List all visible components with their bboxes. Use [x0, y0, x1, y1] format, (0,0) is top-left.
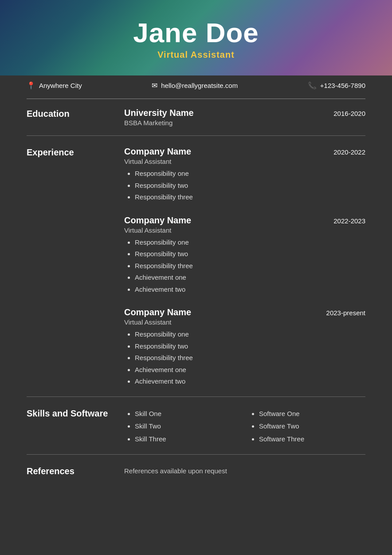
entry-role: Virtual Assistant	[124, 318, 365, 326]
entry-responsibilities: Responsibility oneResponsibility twoResp…	[124, 237, 365, 295]
list-item: Achievement two	[135, 376, 365, 387]
phone-text: +123-456-7890	[320, 82, 365, 89]
list-item: Software One	[259, 408, 365, 420]
applicant-title: Virtual Assistant	[27, 50, 365, 60]
experience-entry-header: Company Name2023-present	[124, 307, 365, 317]
education-divider	[27, 135, 365, 136]
entry-role: Virtual Assistant	[124, 158, 365, 165]
contact-email: ✉ hello@reallygreatsite.com	[152, 81, 238, 90]
entry-dates: 2023-present	[326, 307, 365, 317]
education-content: University Name 2016-2020 BSBA Marketing	[124, 108, 365, 127]
entry-responsibilities: Responsibility oneResponsibility twoResp…	[124, 329, 365, 387]
list-item: Achievement one	[135, 272, 365, 283]
list-item: Responsibility three	[135, 352, 365, 364]
list-item: Skill Three	[135, 433, 241, 446]
skills-content: Skill OneSkill TwoSkill ThreeSoftware On…	[124, 408, 365, 446]
entry-responsibilities: Responsibility oneResponsibility twoResp…	[124, 168, 365, 203]
contact-bar: 📍 Anywhere City ✉ hello@reallygreatsite.…	[27, 73, 365, 97]
experience-entry: Company Name2020-2022Virtual AssistantRe…	[124, 147, 365, 203]
skills-list: Skill OneSkill TwoSkill ThreeSoftware On…	[124, 408, 365, 446]
references-section: References References available upon req…	[27, 465, 365, 476]
list-item: Responsibility three	[135, 260, 365, 272]
experience-row: Experience Company Name2020-2022Virtual …	[27, 147, 365, 388]
company-name: Company Name	[124, 307, 191, 317]
location-text: Anywhere City	[39, 82, 82, 89]
experience-entry: Company Name2023-presentVirtual Assistan…	[124, 307, 365, 387]
education-entry-header: University Name 2016-2020	[124, 108, 365, 118]
email-icon: ✉	[152, 81, 157, 90]
experience-entry: Company Name2022-2023Virtual AssistantRe…	[124, 215, 365, 295]
list-item: Responsibility one	[135, 168, 365, 179]
experience-content: Company Name2020-2022Virtual AssistantRe…	[124, 147, 365, 388]
resume-header: Jane Doe Virtual Assistant	[27, 0, 365, 73]
skills-label: Skills and Software	[27, 408, 115, 446]
contact-phone: 📞 +123-456-7890	[308, 81, 365, 90]
entry-role: Virtual Assistant	[124, 226, 365, 234]
education-degree: BSBA Marketing	[124, 119, 365, 127]
education-label: Education	[27, 108, 115, 127]
experience-entry-header: Company Name2020-2022	[124, 147, 365, 157]
experience-label: Experience	[27, 147, 115, 388]
email-text: hello@reallygreatsite.com	[161, 82, 238, 89]
entry-dates: 2020-2022	[333, 147, 365, 156]
applicant-name: Jane Doe	[27, 18, 365, 48]
university-name: University Name	[124, 108, 194, 118]
experience-entry-header: Company Name2022-2023	[124, 215, 365, 226]
skills-section: Skills and Software Skill OneSkill TwoSk…	[27, 408, 365, 446]
list-item: Responsibility one	[135, 237, 365, 248]
references-text: References available upon request	[124, 465, 365, 475]
references-label: References	[27, 465, 115, 476]
experience-section: Experience Company Name2020-2022Virtual …	[27, 147, 365, 388]
phone-icon: 📞	[308, 81, 317, 90]
skills-divider	[27, 454, 365, 455]
list-item: Responsibility one	[135, 329, 365, 340]
header-divider	[27, 99, 365, 99]
list-item: Software Two	[259, 420, 365, 433]
list-item: Achievement two	[135, 284, 365, 295]
education-section: Education University Name 2016-2020 BSBA…	[27, 108, 365, 127]
list-item: Skill Two	[135, 420, 241, 433]
location-icon: 📍	[27, 81, 35, 90]
list-item: Responsibility three	[135, 191, 365, 203]
list-item: Responsibility two	[135, 180, 365, 191]
contact-location: 📍 Anywhere City	[27, 81, 82, 90]
company-name: Company Name	[124, 147, 191, 157]
list-item: Skill One	[135, 408, 241, 420]
list-item: Responsibility two	[135, 248, 365, 260]
skills-row: Skills and Software Skill OneSkill TwoSk…	[27, 408, 365, 446]
list-item: Responsibility two	[135, 341, 365, 352]
list-item: Achievement one	[135, 364, 365, 376]
company-name: Company Name	[124, 215, 191, 226]
references-row: References References available upon req…	[27, 465, 365, 476]
entry-dates: 2022-2023	[333, 215, 365, 225]
experience-divider	[27, 396, 365, 397]
education-row: Education University Name 2016-2020 BSBA…	[27, 108, 365, 127]
list-item: Software Three	[259, 433, 365, 446]
education-dates: 2016-2020	[333, 108, 365, 117]
references-content: References available upon request	[124, 465, 365, 476]
